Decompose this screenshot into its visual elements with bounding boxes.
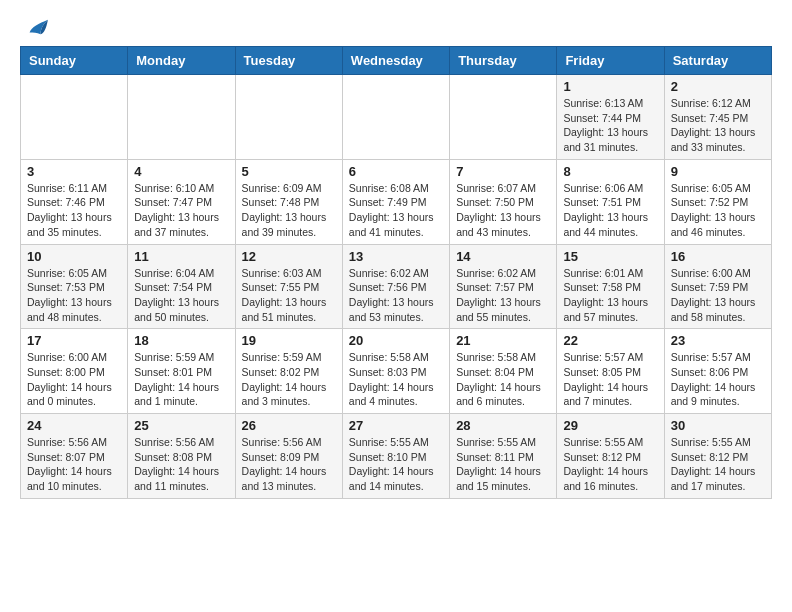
day-info: Sunrise: 6:09 AMSunset: 7:48 PMDaylight:…: [242, 181, 336, 240]
day-number: 20: [349, 333, 443, 348]
day-info: Sunrise: 5:59 AMSunset: 8:02 PMDaylight:…: [242, 350, 336, 409]
day-info: Sunrise: 6:00 AMSunset: 8:00 PMDaylight:…: [27, 350, 121, 409]
day-number: 9: [671, 164, 765, 179]
day-number: 25: [134, 418, 228, 433]
calendar-cell: 17Sunrise: 6:00 AMSunset: 8:00 PMDayligh…: [21, 329, 128, 414]
day-number: 17: [27, 333, 121, 348]
day-number: 2: [671, 79, 765, 94]
calendar-cell: 28Sunrise: 5:55 AMSunset: 8:11 PMDayligh…: [450, 414, 557, 499]
calendar-cell: 7Sunrise: 6:07 AMSunset: 7:50 PMDaylight…: [450, 159, 557, 244]
days-of-week-row: SundayMondayTuesdayWednesdayThursdayFrid…: [21, 47, 772, 75]
day-info: Sunrise: 5:57 AMSunset: 8:06 PMDaylight:…: [671, 350, 765, 409]
day-info: Sunrise: 6:05 AMSunset: 7:52 PMDaylight:…: [671, 181, 765, 240]
day-info: Sunrise: 6:05 AMSunset: 7:53 PMDaylight:…: [27, 266, 121, 325]
week-row-2: 3Sunrise: 6:11 AMSunset: 7:46 PMDaylight…: [21, 159, 772, 244]
calendar-cell: 18Sunrise: 5:59 AMSunset: 8:01 PMDayligh…: [128, 329, 235, 414]
calendar-cell: 20Sunrise: 5:58 AMSunset: 8:03 PMDayligh…: [342, 329, 449, 414]
calendar-cell: 9Sunrise: 6:05 AMSunset: 7:52 PMDaylight…: [664, 159, 771, 244]
calendar-cell: 8Sunrise: 6:06 AMSunset: 7:51 PMDaylight…: [557, 159, 664, 244]
page-header: [20, 16, 772, 38]
day-info: Sunrise: 6:07 AMSunset: 7:50 PMDaylight:…: [456, 181, 550, 240]
day-number: 1: [563, 79, 657, 94]
week-row-5: 24Sunrise: 5:56 AMSunset: 8:07 PMDayligh…: [21, 414, 772, 499]
day-number: 11: [134, 249, 228, 264]
calendar-cell: 1Sunrise: 6:13 AMSunset: 7:44 PMDaylight…: [557, 75, 664, 160]
calendar-cell: 24Sunrise: 5:56 AMSunset: 8:07 PMDayligh…: [21, 414, 128, 499]
day-info: Sunrise: 6:06 AMSunset: 7:51 PMDaylight:…: [563, 181, 657, 240]
calendar-cell: [235, 75, 342, 160]
day-number: 27: [349, 418, 443, 433]
week-row-4: 17Sunrise: 6:00 AMSunset: 8:00 PMDayligh…: [21, 329, 772, 414]
day-number: 30: [671, 418, 765, 433]
day-number: 7: [456, 164, 550, 179]
day-number: 3: [27, 164, 121, 179]
week-row-1: 1Sunrise: 6:13 AMSunset: 7:44 PMDaylight…: [21, 75, 772, 160]
day-info: Sunrise: 5:58 AMSunset: 8:03 PMDaylight:…: [349, 350, 443, 409]
day-header-sunday: Sunday: [21, 47, 128, 75]
day-header-wednesday: Wednesday: [342, 47, 449, 75]
calendar-cell: [450, 75, 557, 160]
day-info: Sunrise: 5:55 AMSunset: 8:10 PMDaylight:…: [349, 435, 443, 494]
day-info: Sunrise: 6:10 AMSunset: 7:47 PMDaylight:…: [134, 181, 228, 240]
calendar-cell: [342, 75, 449, 160]
calendar-cell: 11Sunrise: 6:04 AMSunset: 7:54 PMDayligh…: [128, 244, 235, 329]
day-number: 10: [27, 249, 121, 264]
day-number: 19: [242, 333, 336, 348]
calendar-cell: 25Sunrise: 5:56 AMSunset: 8:08 PMDayligh…: [128, 414, 235, 499]
calendar-cell: 19Sunrise: 5:59 AMSunset: 8:02 PMDayligh…: [235, 329, 342, 414]
day-info: Sunrise: 6:12 AMSunset: 7:45 PMDaylight:…: [671, 96, 765, 155]
calendar-cell: 30Sunrise: 5:55 AMSunset: 8:12 PMDayligh…: [664, 414, 771, 499]
day-number: 18: [134, 333, 228, 348]
day-info: Sunrise: 6:04 AMSunset: 7:54 PMDaylight:…: [134, 266, 228, 325]
day-info: Sunrise: 6:13 AMSunset: 7:44 PMDaylight:…: [563, 96, 657, 155]
calendar-cell: 22Sunrise: 5:57 AMSunset: 8:05 PMDayligh…: [557, 329, 664, 414]
week-row-3: 10Sunrise: 6:05 AMSunset: 7:53 PMDayligh…: [21, 244, 772, 329]
calendar-cell: 15Sunrise: 6:01 AMSunset: 7:58 PMDayligh…: [557, 244, 664, 329]
day-header-monday: Monday: [128, 47, 235, 75]
calendar-cell: 12Sunrise: 6:03 AMSunset: 7:55 PMDayligh…: [235, 244, 342, 329]
calendar-cell: 6Sunrise: 6:08 AMSunset: 7:49 PMDaylight…: [342, 159, 449, 244]
calendar-cell: 23Sunrise: 5:57 AMSunset: 8:06 PMDayligh…: [664, 329, 771, 414]
logo-bird-icon: [22, 16, 50, 38]
logo: [20, 16, 50, 38]
day-number: 12: [242, 249, 336, 264]
day-number: 8: [563, 164, 657, 179]
day-number: 15: [563, 249, 657, 264]
day-number: 22: [563, 333, 657, 348]
day-header-friday: Friday: [557, 47, 664, 75]
calendar-cell: 5Sunrise: 6:09 AMSunset: 7:48 PMDaylight…: [235, 159, 342, 244]
day-info: Sunrise: 5:56 AMSunset: 8:07 PMDaylight:…: [27, 435, 121, 494]
day-number: 4: [134, 164, 228, 179]
day-info: Sunrise: 5:58 AMSunset: 8:04 PMDaylight:…: [456, 350, 550, 409]
day-number: 21: [456, 333, 550, 348]
day-info: Sunrise: 5:56 AMSunset: 8:08 PMDaylight:…: [134, 435, 228, 494]
day-info: Sunrise: 5:57 AMSunset: 8:05 PMDaylight:…: [563, 350, 657, 409]
day-number: 23: [671, 333, 765, 348]
day-header-thursday: Thursday: [450, 47, 557, 75]
day-info: Sunrise: 6:11 AMSunset: 7:46 PMDaylight:…: [27, 181, 121, 240]
day-header-tuesday: Tuesday: [235, 47, 342, 75]
day-info: Sunrise: 5:55 AMSunset: 8:12 PMDaylight:…: [671, 435, 765, 494]
day-info: Sunrise: 5:56 AMSunset: 8:09 PMDaylight:…: [242, 435, 336, 494]
day-number: 13: [349, 249, 443, 264]
day-info: Sunrise: 6:02 AMSunset: 7:56 PMDaylight:…: [349, 266, 443, 325]
day-number: 28: [456, 418, 550, 433]
day-number: 6: [349, 164, 443, 179]
calendar-table: SundayMondayTuesdayWednesdayThursdayFrid…: [20, 46, 772, 499]
calendar-cell: [128, 75, 235, 160]
calendar-body: 1Sunrise: 6:13 AMSunset: 7:44 PMDaylight…: [21, 75, 772, 499]
calendar-cell: 10Sunrise: 6:05 AMSunset: 7:53 PMDayligh…: [21, 244, 128, 329]
calendar-header: SundayMondayTuesdayWednesdayThursdayFrid…: [21, 47, 772, 75]
day-number: 29: [563, 418, 657, 433]
calendar-cell: 3Sunrise: 6:11 AMSunset: 7:46 PMDaylight…: [21, 159, 128, 244]
day-info: Sunrise: 5:55 AMSunset: 8:11 PMDaylight:…: [456, 435, 550, 494]
calendar-cell: [21, 75, 128, 160]
calendar-cell: 14Sunrise: 6:02 AMSunset: 7:57 PMDayligh…: [450, 244, 557, 329]
day-info: Sunrise: 6:08 AMSunset: 7:49 PMDaylight:…: [349, 181, 443, 240]
day-info: Sunrise: 6:01 AMSunset: 7:58 PMDaylight:…: [563, 266, 657, 325]
day-header-saturday: Saturday: [664, 47, 771, 75]
day-number: 5: [242, 164, 336, 179]
day-number: 24: [27, 418, 121, 433]
day-number: 14: [456, 249, 550, 264]
calendar-cell: 13Sunrise: 6:02 AMSunset: 7:56 PMDayligh…: [342, 244, 449, 329]
